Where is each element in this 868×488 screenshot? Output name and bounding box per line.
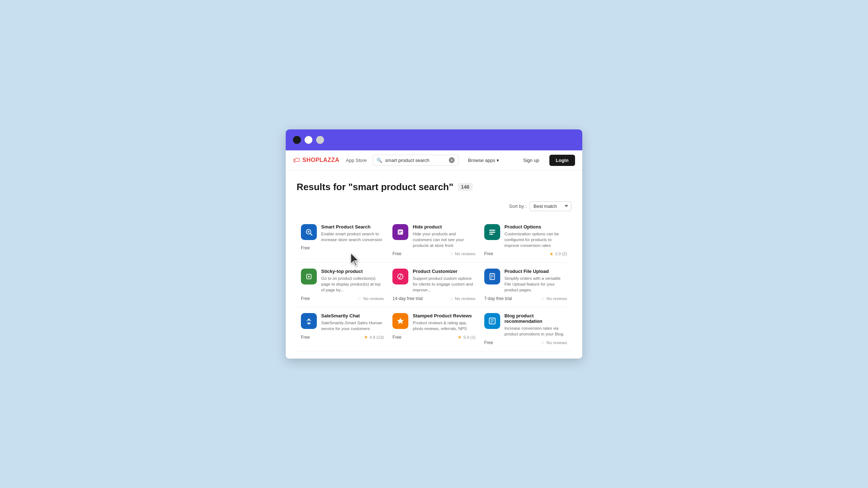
svg-marker-21 <box>397 318 404 324</box>
results-header: Results for "smart product search" 146 <box>297 181 571 193</box>
search-icon: 🔍 <box>376 158 382 163</box>
logo-text: SHOPLAZZA <box>302 157 339 163</box>
app-rating: ☆ No reviews <box>541 340 567 345</box>
svg-point-2 <box>307 231 310 233</box>
rating-value: 2.0 (2) <box>555 252 567 256</box>
app-rating: ☆ No reviews <box>449 251 476 257</box>
svg-point-17 <box>308 319 310 321</box>
app-info: Stamped Product Reviews Product reviews … <box>413 313 475 331</box>
window-dot-close[interactable] <box>293 136 301 144</box>
app-footer: Free ★ 5.0 (1) <box>392 334 475 340</box>
app-cards-wrapper: Smart Product Search Enable smart produc… <box>297 218 571 352</box>
window-dot-maximize[interactable] <box>316 136 324 144</box>
app-info: Sticky-top product Go to on product coll… <box>321 269 384 293</box>
navbar: 🏷 SHOPLAZZA App Store 🔍 ✕ Browse apps ▾ … <box>286 150 582 171</box>
app-icon <box>301 224 317 240</box>
no-reviews: No reviews <box>455 296 476 301</box>
app-info: Hide product Hide your products and cust… <box>413 224 475 248</box>
results-title: Results for "smart product search" <box>297 181 454 193</box>
browse-apps-button[interactable]: Browse apps ▾ <box>464 155 503 165</box>
app-card[interactable]: Blog product recommendation Increase con… <box>480 307 571 351</box>
app-name: Stamped Product Reviews <box>413 313 475 318</box>
app-footer: Free ☆ No reviews <box>392 251 475 257</box>
app-price: Free <box>392 251 401 256</box>
app-card[interactable]: SaleSmartly Chat SaleSmartly-Smart Sales… <box>297 307 388 351</box>
app-footer: Free ☆ No reviews <box>484 340 567 345</box>
results-count: 146 <box>458 183 473 191</box>
main-content: Results for "smart product search" 146 S… <box>286 171 582 359</box>
app-name: Product File Upload <box>505 269 567 274</box>
app-info: Smart Product Search Enable smart produc… <box>321 224 384 243</box>
app-description: Support product custom options for clien… <box>413 275 475 293</box>
svg-point-18 <box>307 322 310 325</box>
app-description: Customization options can be configured … <box>505 231 567 248</box>
app-footer: Free ☆ No reviews <box>301 296 384 301</box>
sort-select[interactable]: Best match Most popular Newest <box>529 201 571 211</box>
svg-line-1 <box>310 233 312 235</box>
app-grid: Smart Product Search Enable smart produc… <box>297 218 571 352</box>
app-card[interactable]: Product File Upload Simplify orders with… <box>480 263 571 307</box>
app-description: Enable smart product search to increase … <box>321 231 384 243</box>
star-icon: ★ <box>458 334 462 340</box>
no-reviews: No reviews <box>363 296 384 301</box>
window-dot-minimize[interactable] <box>305 136 312 144</box>
app-name: Sticky-top product <box>321 269 384 274</box>
app-rating: ☆ No reviews <box>357 296 384 301</box>
star-icon: ★ <box>549 251 554 257</box>
app-description: Product reviews & rating app, photo revi… <box>413 320 475 331</box>
app-footer: Free <box>301 245 384 251</box>
app-rating: ★ 2.0 (2) <box>549 251 567 257</box>
svg-rect-7 <box>489 232 495 233</box>
star-empty-icon: ☆ <box>449 296 454 301</box>
svg-point-19 <box>307 320 308 321</box>
app-price: 14-day free trial <box>392 296 422 301</box>
app-description: Go to on product collection(s) page to d… <box>321 275 384 293</box>
app-name: Smart Product Search <box>321 224 384 230</box>
app-card[interactable]: Hide product Hide your products and cust… <box>388 218 480 263</box>
app-rating: ☆ No reviews <box>541 296 567 301</box>
star-empty-icon: ☆ <box>357 296 362 301</box>
app-price: Free <box>392 335 401 340</box>
search-bar: 🔍 ✕ <box>373 155 459 166</box>
app-name: Product Customizer <box>413 269 475 274</box>
app-info: Product Options Customization options ca… <box>505 224 567 248</box>
rating-value: 4.9 (13) <box>370 335 384 339</box>
app-card[interactable]: Product Options Customization options ca… <box>480 218 571 263</box>
app-name: Product Options <box>505 224 567 230</box>
app-icon <box>392 224 408 240</box>
star-empty-icon: ☆ <box>541 296 545 301</box>
app-card[interactable]: Stamped Product Reviews Product reviews … <box>388 307 480 351</box>
app-rating: ★ 4.9 (13) <box>364 334 384 340</box>
app-description: SaleSmartly-Smart Sales Human service fo… <box>321 320 384 331</box>
app-footer: 14-day free trial ☆ No reviews <box>392 296 475 301</box>
app-name: Blog product recommendation <box>505 313 567 324</box>
app-price: Free <box>484 340 493 345</box>
app-icon <box>484 224 500 240</box>
sort-label: Sort by : <box>509 204 527 209</box>
browser-window: 🏷 SHOPLAZZA App Store 🔍 ✕ Browse apps ▾ … <box>286 129 582 359</box>
app-price: Free <box>301 296 310 301</box>
logo-icon: 🏷 <box>293 156 300 164</box>
login-button[interactable]: Login <box>549 155 575 166</box>
star-empty-icon: ☆ <box>449 251 454 257</box>
svg-rect-6 <box>489 230 495 231</box>
app-rating: ☆ No reviews <box>449 296 476 301</box>
app-price: Free <box>301 335 310 340</box>
search-input[interactable] <box>385 158 446 163</box>
app-rating: ★ 5.0 (1) <box>458 334 475 340</box>
app-card[interactable]: Sticky-top product Go to on product coll… <box>297 263 388 307</box>
app-footer: 7-day free trial ☆ No reviews <box>484 296 567 301</box>
signup-button[interactable]: Sign up <box>519 155 544 165</box>
app-store-label: App Store <box>346 158 367 163</box>
app-card[interactable]: Product Customizer Support product custo… <box>388 263 480 307</box>
app-description: Simplify orders with a versatile File Up… <box>505 275 567 293</box>
svg-point-20 <box>310 320 311 321</box>
logo[interactable]: 🏷 SHOPLAZZA <box>293 156 339 164</box>
app-icon <box>484 269 500 284</box>
search-clear-button[interactable]: ✕ <box>449 157 455 163</box>
app-description: Increase conversion rates via product pr… <box>505 325 567 337</box>
no-reviews: No reviews <box>546 296 567 301</box>
app-card[interactable]: Smart Product Search Enable smart produc… <box>297 218 388 263</box>
browser-titlebar <box>286 129 582 150</box>
app-description: Hide your products and customers can not… <box>413 231 475 248</box>
